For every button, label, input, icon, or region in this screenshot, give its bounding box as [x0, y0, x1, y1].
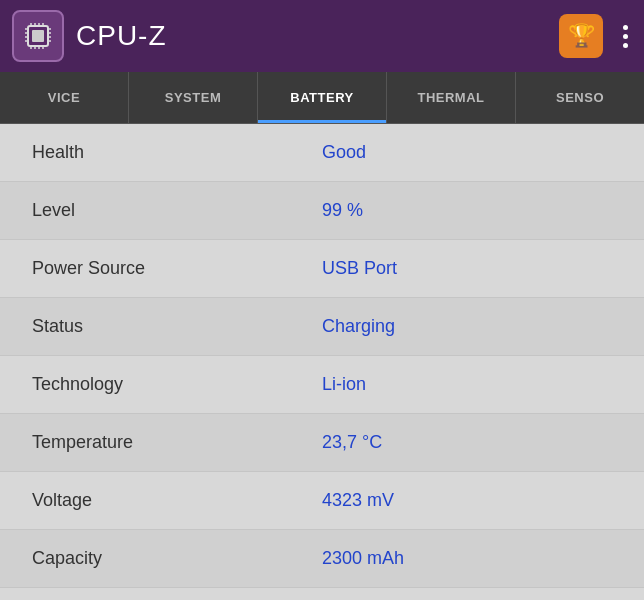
row-value: Li-ion — [322, 374, 612, 395]
battery-row: StatusCharging — [0, 298, 644, 356]
row-label: Capacity — [32, 548, 322, 569]
trophy-button[interactable]: 🏆 — [559, 14, 603, 58]
app-title: CPU-Z — [76, 20, 167, 52]
overflow-menu-button[interactable] — [619, 21, 632, 52]
tab-device[interactable]: VICE — [0, 72, 129, 123]
row-label: Level — [32, 200, 322, 221]
battery-row: TechnologyLi-ion — [0, 356, 644, 414]
app-header: CPU-Z 🏆 — [0, 0, 644, 72]
menu-dot-2 — [623, 34, 628, 39]
trophy-icon: 🏆 — [568, 23, 595, 49]
battery-row: Level99 % — [0, 182, 644, 240]
row-label: Status — [32, 316, 322, 337]
battery-row: Temperature23,7 °C — [0, 414, 644, 472]
row-value: Good — [322, 142, 612, 163]
row-label: Technology — [32, 374, 322, 395]
tab-battery[interactable]: BATTERY — [258, 72, 387, 123]
battery-row: HealthGood — [0, 124, 644, 182]
battery-content: HealthGoodLevel99 %Power SourceUSB PortS… — [0, 124, 644, 588]
row-label: Health — [32, 142, 322, 163]
menu-dot-3 — [623, 43, 628, 48]
tab-bar: VICE SYSTEM BATTERY THERMAL SENSO — [0, 72, 644, 124]
row-label: Voltage — [32, 490, 322, 511]
menu-dot-1 — [623, 25, 628, 30]
header-right: 🏆 — [559, 14, 632, 58]
tab-system[interactable]: SYSTEM — [129, 72, 258, 123]
battery-row: Voltage4323 mV — [0, 472, 644, 530]
svg-rect-1 — [32, 30, 44, 42]
battery-row: Power SourceUSB Port — [0, 240, 644, 298]
row-label: Power Source — [32, 258, 322, 279]
tab-thermal[interactable]: THERMAL — [387, 72, 516, 123]
row-value: USB Port — [322, 258, 612, 279]
row-value: 4323 mV — [322, 490, 612, 511]
battery-row: Capacity2300 mAh — [0, 530, 644, 588]
row-value: 2300 mAh — [322, 548, 612, 569]
app-icon — [12, 10, 64, 62]
row-label: Temperature — [32, 432, 322, 453]
header-left: CPU-Z — [12, 10, 167, 62]
row-value: Charging — [322, 316, 612, 337]
row-value: 23,7 °C — [322, 432, 612, 453]
tab-sensors[interactable]: SENSO — [516, 72, 644, 123]
row-value: 99 % — [322, 200, 612, 221]
